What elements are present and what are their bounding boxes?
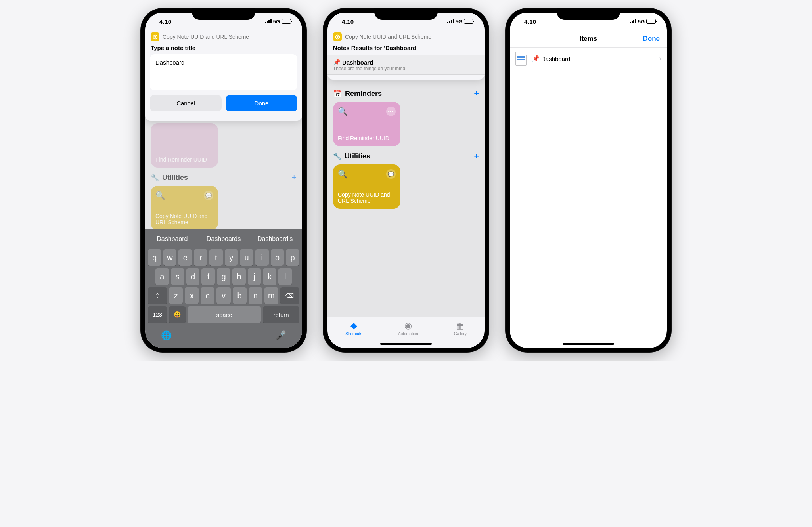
add-reminder-button[interactable]: +	[474, 88, 479, 99]
utilities-section-header: 🔧Utilities +	[151, 172, 297, 183]
key-row-2: a s d f g h j k l	[147, 267, 301, 286]
chat-icon: 💬	[386, 169, 396, 179]
more-icon[interactable]: •••	[386, 107, 396, 116]
key-t[interactable]: t	[209, 249, 223, 266]
key-l[interactable]: l	[278, 268, 292, 285]
shortcut-name: Copy Note UUID and URL Scheme	[345, 34, 431, 40]
home-indicator[interactable]	[563, 343, 614, 345]
reminders-section-header: 📅Reminders +	[333, 88, 479, 99]
key-h[interactable]: h	[232, 268, 246, 285]
add-utility-button[interactable]: +	[291, 172, 297, 183]
key-c[interactable]: c	[201, 287, 214, 304]
pin-icon: 📌	[532, 55, 540, 62]
emoji-key[interactable]: 😀	[169, 306, 186, 323]
status-time: 4:10	[524, 18, 536, 25]
numeric-key[interactable]: 123	[148, 306, 167, 323]
tile-label: Copy Note UUID and URL Scheme	[155, 213, 213, 225]
key-u[interactable]: u	[240, 249, 253, 266]
phone-1: 4:10 5G ⦿ Copy Note UUID and URL Scheme …	[140, 8, 307, 353]
suggestion-3[interactable]: Dashboard's	[249, 233, 301, 245]
network-label: 5G	[273, 19, 280, 25]
signal-icon	[265, 19, 272, 23]
key-b[interactable]: b	[233, 287, 247, 304]
key-v[interactable]: v	[216, 287, 230, 304]
item-name: Dashboard	[541, 55, 570, 62]
status-bar: 4:10 5G	[510, 13, 667, 30]
done-button[interactable]: Done	[226, 95, 297, 111]
key-a[interactable]: a	[155, 268, 169, 285]
sheet-prompt: Type a note title	[145, 42, 302, 54]
search-icon: 🔍	[338, 169, 348, 179]
wrench-icon: 🔧	[333, 152, 341, 160]
keyboard: Dashbaord Dashboards Dashboard's q w e r…	[145, 229, 302, 348]
utility-tile[interactable]: 🔍 💬 Copy Note UUID and URL Scheme	[151, 186, 218, 230]
key-r[interactable]: r	[194, 249, 207, 266]
key-j[interactable]: j	[248, 268, 261, 285]
key-o[interactable]: o	[271, 249, 284, 266]
key-g[interactable]: g	[217, 268, 230, 285]
document-icon	[515, 52, 527, 66]
screen-1: 4:10 5G ⦿ Copy Note UUID and URL Scheme …	[145, 13, 302, 348]
search-icon: 🔍	[155, 191, 165, 200]
network-label: 5G	[638, 19, 645, 25]
delete-key[interactable]: ⌫	[280, 287, 299, 304]
globe-icon[interactable]: 🌐	[161, 330, 172, 341]
tab-automation[interactable]: ◉ Automation	[398, 321, 418, 336]
status-time: 4:10	[159, 18, 171, 25]
tab-shortcuts[interactable]: ◆ Shortcuts	[345, 321, 362, 336]
calendar-icon: 📅	[333, 89, 342, 98]
automation-icon: ◉	[404, 321, 412, 331]
key-p[interactable]: p	[286, 249, 299, 266]
chevron-right-icon: ›	[659, 55, 661, 62]
status-indicators: 5G	[265, 19, 291, 25]
sheet-header: ⦿ Copy Note UUID and URL Scheme	[327, 30, 485, 42]
gallery-icon: ▦	[456, 321, 464, 331]
space-key[interactable]: space	[188, 306, 261, 323]
key-i[interactable]: i	[255, 249, 269, 266]
return-key[interactable]: return	[263, 306, 299, 323]
key-w[interactable]: w	[163, 249, 177, 266]
suggestion-2[interactable]: Dashboards	[198, 233, 250, 245]
nav-title: Items	[580, 35, 597, 43]
keyboard-bottom: 🌐 🎤	[147, 324, 301, 348]
key-m[interactable]: m	[264, 287, 278, 304]
nav-done-button[interactable]: Done	[643, 35, 660, 43]
tile-label: Find Reminder UUID	[155, 157, 213, 163]
note-title-input[interactable]: Dashboard	[150, 54, 297, 90]
reminder-tile[interactable]: Find Reminder UUID	[151, 123, 218, 168]
tab-gallery[interactable]: ▦ Gallery	[454, 321, 467, 336]
key-e[interactable]: e	[178, 249, 192, 266]
key-f[interactable]: f	[201, 268, 215, 285]
shortcut-app-icon: ⦿	[151, 32, 159, 41]
key-row-4: 123 😀 space return	[147, 305, 301, 324]
item-row[interactable]: 📌 Dashboard ›	[510, 48, 667, 70]
status-bar: 4:10 5G	[327, 13, 485, 30]
utilities-section-header: 🔧Utilities +	[333, 151, 479, 161]
result-row[interactable]: 📌 Dashboard These are the things on your…	[327, 55, 485, 75]
key-n[interactable]: n	[249, 287, 262, 304]
suggestion-1[interactable]: Dashbaord	[147, 233, 198, 245]
home-indicator[interactable]	[380, 343, 432, 345]
key-s[interactable]: s	[171, 268, 184, 285]
reminder-tile[interactable]: 🔍 ••• Find Reminder UUID	[333, 102, 400, 146]
key-z[interactable]: z	[169, 287, 183, 304]
shortcut-app-icon: ⦿	[333, 32, 342, 41]
key-q[interactable]: q	[148, 249, 161, 266]
status-indicators: 5G	[447, 19, 473, 25]
key-k[interactable]: k	[263, 268, 276, 285]
utility-tile[interactable]: 🔍 💬 Copy Note UUID and URL Scheme	[333, 164, 400, 209]
mic-icon[interactable]: 🎤	[276, 330, 286, 341]
sheet-header: ⦿ Copy Note UUID and URL Scheme	[145, 30, 302, 42]
results-title: Notes Results for 'Dashboard'	[327, 42, 485, 55]
wrench-icon: 🔧	[151, 174, 159, 182]
key-d[interactable]: d	[186, 268, 200, 285]
signal-icon	[447, 19, 454, 23]
key-x[interactable]: x	[185, 287, 199, 304]
key-y[interactable]: y	[225, 249, 238, 266]
suggestion-bar: Dashbaord Dashboards Dashboard's	[147, 231, 301, 248]
search-icon: 🔍	[338, 107, 348, 116]
shift-key[interactable]: ⇧	[148, 287, 167, 304]
nav-bar: Items Done	[510, 30, 667, 48]
add-utility-button[interactable]: +	[474, 151, 479, 161]
cancel-button[interactable]: Cancel	[150, 95, 222, 111]
